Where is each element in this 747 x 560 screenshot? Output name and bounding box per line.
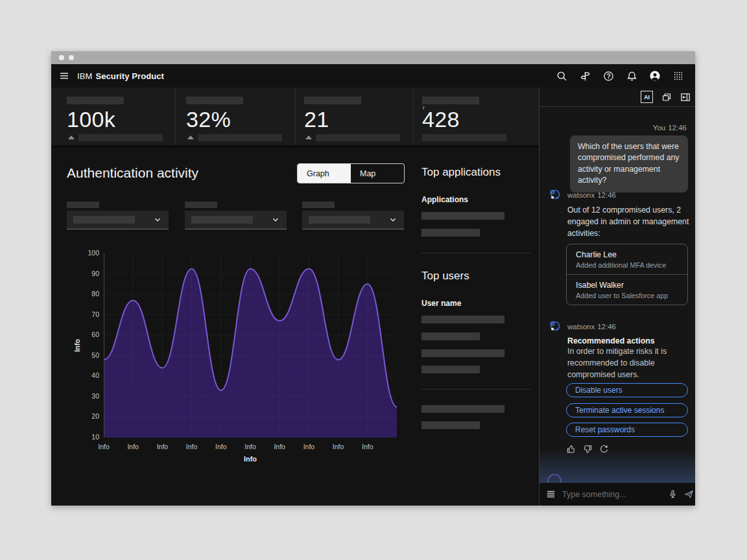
- message-time: 12:46: [597, 323, 616, 331]
- wayfinding-icon[interactable]: [573, 64, 597, 88]
- kpi-trend-skeleton: [422, 134, 506, 141]
- dropdown-value-skeleton: [191, 216, 253, 224]
- section-title: Authentication activity: [67, 165, 198, 181]
- filter-dropdown-1[interactable]: [67, 211, 169, 229]
- desktop-background: IBMSecurity Product: [0, 0, 747, 560]
- bot-message-text: In order to mitigate risks it is recomme…: [567, 346, 688, 380]
- filter-dropdown-2[interactable]: [185, 211, 287, 229]
- kpi-band: 100k 32% 21: [51, 88, 539, 148]
- top-applications-title: Top applications: [421, 166, 501, 179]
- side-panel-icon[interactable]: [680, 92, 691, 102]
- clipped-avatar: [547, 474, 562, 483]
- nav-actions: [550, 64, 695, 88]
- list-item-skeleton: [421, 405, 504, 413]
- kpi-title-skeleton: [67, 97, 124, 104]
- window-dot-1[interactable]: [59, 55, 64, 60]
- kpi-trend-skeleton: [316, 134, 400, 141]
- app-switcher-icon[interactable]: [667, 64, 690, 88]
- kpi-title-skeleton: [422, 97, 479, 104]
- switcher-option-map[interactable]: Map: [351, 164, 404, 183]
- user-message-bubble: Which of the users that were compromised…: [570, 135, 688, 192]
- applications-column-header: Applications: [421, 195, 468, 204]
- pop-out-icon[interactable]: [661, 92, 672, 102]
- kpi-value: 428: [422, 107, 460, 132]
- kpi-value: 21: [304, 107, 329, 132]
- top-users-title: Top users: [421, 270, 469, 283]
- microphone-icon[interactable]: [668, 489, 678, 499]
- switcher-option-graph[interactable]: Graph: [298, 164, 351, 183]
- trend-up-icon: [187, 135, 194, 139]
- reset-passwords-button[interactable]: Reset passwords: [566, 423, 688, 437]
- terminate-sessions-button[interactable]: Terminate active sessions: [566, 403, 688, 417]
- dashboard-main: 100k 32% 21: [51, 88, 539, 506]
- disable-users-button[interactable]: Disable users: [566, 383, 688, 397]
- area-chart: [104, 253, 397, 438]
- window-dot-2[interactable]: [69, 55, 74, 60]
- dropdown-value-skeleton: [73, 216, 135, 224]
- filter-label-skeleton: [67, 202, 99, 208]
- trend-up-icon: [68, 135, 75, 139]
- list-item-skeleton: [421, 229, 480, 237]
- kpi-trend-skeleton: [198, 134, 282, 141]
- list-item-skeleton: [421, 316, 504, 323]
- card-item: Isabel Walker Added user to Salesforce a…: [567, 275, 687, 305]
- kpi-tile-3: 21: [295, 88, 413, 145]
- list-item-skeleton: [421, 332, 480, 340]
- bot-message-text: Out of 12 compromised users, 2 engaged i…: [567, 205, 689, 239]
- help-icon[interactable]: [597, 64, 620, 88]
- user-message-meta: You12:46: [653, 124, 687, 132]
- window-titlebar[interactable]: [51, 51, 695, 64]
- list-item-skeleton: [421, 349, 504, 357]
- x-axis-tick-labels: InfoInfoInfoInfoInfoInfoInfoInfoInfoInfo: [104, 443, 397, 452]
- bot-message-meta: watsonx12:46: [567, 323, 616, 331]
- kpi-value: 32%: [186, 107, 231, 132]
- brand-prefix: IBM: [77, 71, 92, 81]
- chevron-down-icon: [388, 215, 397, 224]
- list-item-skeleton: [421, 212, 504, 220]
- kpi-tile-2: 32%: [175, 88, 295, 145]
- user-name-column-header: User name: [421, 299, 461, 308]
- kpi-value: 100k: [67, 107, 115, 132]
- chat-text-input[interactable]: [561, 489, 668, 500]
- kpi-tile-1: 100k: [51, 88, 175, 145]
- watsonx-avatar-icon: [549, 189, 561, 204]
- kpi-title-skeleton: [304, 97, 361, 104]
- message-time: 12:46: [668, 124, 687, 132]
- chat-input-bar: [540, 483, 695, 506]
- chevron-down-icon: [271, 215, 280, 224]
- bot-message-title: Recommended actions: [567, 336, 655, 345]
- graph-map-switcher: Graph Map: [297, 163, 405, 183]
- send-icon[interactable]: [684, 489, 694, 499]
- user-activity: Added user to Salesforce app: [576, 292, 678, 299]
- user-name: Isabel Walker: [576, 281, 678, 290]
- app-title: IBMSecurity Product: [77, 71, 164, 81]
- list-item-skeleton: [421, 366, 480, 373]
- chat-panel-header: AI: [540, 88, 695, 107]
- divider: [421, 253, 530, 253]
- x-axis-title: Info: [104, 455, 397, 463]
- user-activity: Added additional MFA device: [576, 261, 678, 269]
- filter-dropdown-3[interactable]: [302, 211, 404, 229]
- trend-up-icon: [305, 135, 312, 139]
- sender-name: watsonx: [567, 191, 595, 199]
- app-window: IBMSecurity Product: [51, 51, 695, 506]
- kpi-trend-skeleton: [78, 134, 163, 141]
- card-item: Charlie Lee Added additional MFA device: [567, 244, 687, 274]
- assistant-chat-panel: AI You12:46 Which of the users that were…: [539, 88, 695, 506]
- search-icon[interactable]: [550, 64, 573, 88]
- kpi-tile-4: r 428: [413, 88, 539, 145]
- kpi-title-skeleton: [186, 97, 243, 104]
- users-card: Charlie Lee Added additional MFA device …: [566, 244, 688, 305]
- filter-label-skeleton: [185, 202, 217, 208]
- divider: [421, 389, 530, 390]
- input-menu-icon[interactable]: [546, 489, 556, 499]
- notifications-bell-icon[interactable]: [620, 64, 643, 88]
- top-navbar: IBMSecurity Product: [51, 64, 695, 88]
- watsonx-avatar-icon: [549, 320, 561, 335]
- ai-label-icon[interactable]: AI: [641, 91, 653, 103]
- hamburger-menu-icon[interactable]: [51, 64, 77, 88]
- user-avatar-icon[interactable]: [643, 64, 667, 88]
- brand-name: Security Product: [95, 71, 164, 81]
- user-name: Charlie Lee: [576, 250, 678, 259]
- bot-message-meta: watsonx12:46: [567, 191, 616, 199]
